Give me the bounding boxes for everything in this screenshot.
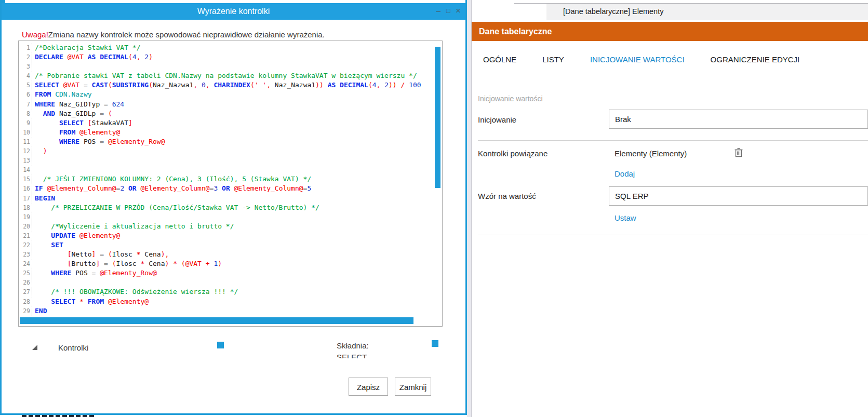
document-tab-label: [Dane tabelaryczne] Elementy <box>563 7 663 16</box>
separator <box>478 235 868 235</box>
save-button[interactable]: Zapisz <box>349 378 388 396</box>
ustaw-link[interactable]: Ustaw <box>615 213 636 222</box>
dialog-titlebar: Wyrażenie kontrolki – □ × <box>2 3 465 20</box>
clipped-window-text <box>22 415 96 417</box>
inicjowanie-input[interactable] <box>609 110 868 129</box>
code-line: 7WHERE Naz_GIDTyp = 624 <box>19 100 442 109</box>
code-line: 15 /* JEŚLI ZMIENIONO KOLUMNY: 2 (Cena),… <box>19 174 442 184</box>
dodaj-link[interactable]: Dodaj <box>615 169 635 178</box>
skladnia-label: Składnia: <box>337 341 369 350</box>
maximize-icon[interactable]: □ <box>444 3 452 20</box>
tab-ograniczenie-edycji[interactable]: OGRANICZENIE EDYCJI <box>711 55 800 64</box>
minimize-icon[interactable]: – <box>434 3 443 20</box>
code-line: 28 SELECT * FROM @Elementy@ <box>19 297 442 306</box>
group-label-inicjowanie-wartosci: Inicjowanie wartości <box>478 95 543 103</box>
vertical-scrollbar-thumb[interactable] <box>435 47 440 188</box>
label-wzor-na-wartosc: Wzór na wartość <box>478 192 536 200</box>
code-line: 24 [Brutto] = (Ilosc * Cena) * (@VAT + 1… <box>19 259 442 268</box>
close-button[interactable]: Zamknij <box>395 378 431 396</box>
code-line: 5SELECT @VAT = CAST(SUBSTRING(Naz_Nazwa1… <box>19 80 442 90</box>
warning-prefix: Uwaga! <box>22 30 48 39</box>
close-icon[interactable]: × <box>454 3 462 20</box>
expander-icon[interactable] <box>32 345 38 351</box>
dialog-border-right <box>465 0 467 415</box>
code-line: 21 UPDATE @Elementy@ <box>19 231 442 240</box>
wzor-na-wartosc-input[interactable] <box>609 186 868 206</box>
code-line: 2DECLARE @VAT AS DECIMAL(4, 2) <box>19 52 442 62</box>
skladnia-handle-square <box>432 340 438 347</box>
tab-inicjowanie-wartosci[interactable]: INICJOWANIE WARTOŚCI <box>590 55 685 64</box>
panel-header-title: Dane tabelaryczne <box>472 22 868 41</box>
code-line: 25 WHERE POS = @Elementy_Row@ <box>19 268 442 278</box>
horizontal-scrollbar-thumb[interactable] <box>20 317 413 324</box>
window-splitter <box>467 0 472 417</box>
code-line: 13 <box>19 156 442 165</box>
code-line: 27 /* !!! OBOWIĄZKOWE: Odświeżenie wiers… <box>19 287 442 297</box>
skladnia-clipped-value: SELECT <box>337 353 399 358</box>
code-line: 10 FROM @Elementy@ <box>19 128 442 137</box>
separator <box>478 140 868 141</box>
code-line: 8 AND Naz_GIDLp = ( <box>19 109 442 118</box>
document-tab[interactable]: [Dane tabelaryczne] Elementy <box>546 4 868 20</box>
code-line: 22 SET <box>19 240 442 250</box>
code-line: 18 /* PRZELICZANIE W PRZÓD (Cena/Ilość/S… <box>19 203 442 212</box>
warning-text: Zmiana nazwy kontrolek może spowodować n… <box>48 30 325 39</box>
label-kontrolki-powiazane: Kontrolki powiązane <box>478 149 547 158</box>
trash-icon[interactable] <box>735 147 743 157</box>
code-line: 3 <box>19 62 442 71</box>
code-line: 12 ) <box>19 146 442 156</box>
tab-ogolne[interactable]: OGÓLNE <box>483 55 516 64</box>
code-line: 17BEGIN <box>19 194 442 203</box>
code-line: 4/* Pobranie stawki VAT z tabeli CDN.Naz… <box>19 71 442 80</box>
kontrolki-handle-square <box>217 342 224 348</box>
code-line: 14 <box>19 165 442 174</box>
dialog-border-left <box>0 0 2 415</box>
sql-editor[interactable]: 1/*Deklaracja Stawki VAT */2DECLARE @VAT… <box>18 41 443 327</box>
panel-tabs: OGÓLNELISTYINICJOWANIE WARTOŚCIOGRANICZE… <box>483 55 799 64</box>
code-line: 6FROM CDN.Nazwy <box>19 90 442 99</box>
code-line: 20 /*Wyliczenie i aktualizacja netto i b… <box>19 222 442 231</box>
warning-message: Uwaga!Zmiana nazwy kontrolek może spowod… <box>22 30 325 39</box>
code-lines: 1/*Deklaracja Stawki VAT */2DECLARE @VAT… <box>19 43 442 316</box>
code-line: 11 WHERE POS = @Elementy_Row@ <box>19 137 442 146</box>
code-line: 29END <box>19 306 442 316</box>
code-line: 23 [Netto] = (Ilosc * Cena), <box>19 250 442 259</box>
code-line: 9 SELECT [StawkaVAT] <box>19 118 442 128</box>
tab-listy[interactable]: LISTY <box>542 55 564 64</box>
label-inicjowanie: Inicjowanie <box>478 115 516 124</box>
code-line: 16IF @Elementy_Column@=2 OR @Elementy_Co… <box>19 184 442 193</box>
dialog-title: Wyrażenie kontrolki <box>2 3 465 20</box>
code-line: 26 <box>19 278 442 287</box>
panel-header: Dane tabelaryczne <box>472 22 868 41</box>
kontrolki-section-label: Kontrolki <box>58 343 88 352</box>
code-line: 19 <box>19 212 442 222</box>
kontrolki-powiazane-value: Elementy (Elementy) <box>615 149 687 158</box>
skladnia-value-text: SELECT <box>337 353 367 358</box>
code-line: 1/*Deklaracja Stawki VAT */ <box>19 43 442 52</box>
